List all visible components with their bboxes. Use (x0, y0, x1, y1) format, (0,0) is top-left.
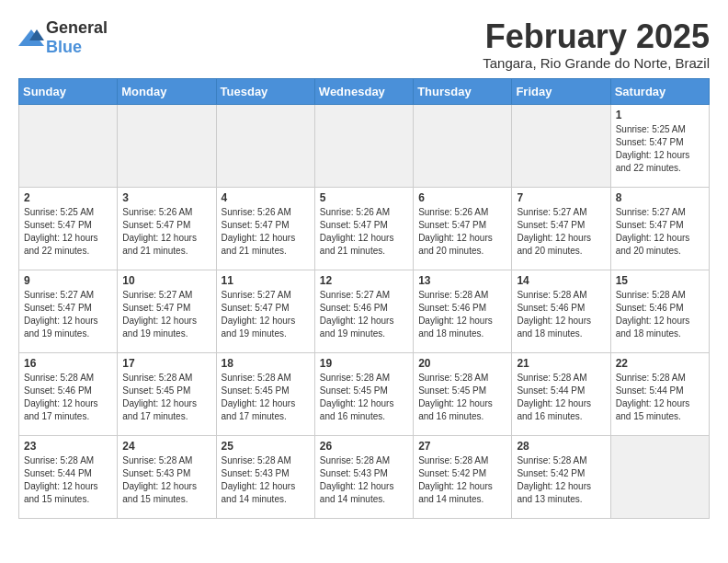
week-row-4: 16Sunrise: 5:28 AM Sunset: 5:46 PM Dayli… (19, 352, 710, 435)
day-number: 14 (517, 274, 605, 287)
week-row-5: 23Sunrise: 5:28 AM Sunset: 5:44 PM Dayli… (19, 435, 710, 518)
weekday-header-monday: Monday (118, 78, 216, 104)
calendar-cell: 10Sunrise: 5:27 AM Sunset: 5:47 PM Dayli… (118, 270, 216, 352)
day-number: 19 (320, 357, 408, 370)
calendar-cell: 27Sunrise: 5:28 AM Sunset: 5:42 PM Dayli… (414, 435, 512, 518)
day-number: 20 (418, 357, 506, 370)
calendar-cell (19, 104, 118, 187)
title-block: February 2025 Tangara, Rio Grande do Nor… (483, 18, 710, 71)
logo-general: General (46, 18, 108, 37)
weekday-header-friday: Friday (512, 78, 610, 104)
day-info: Sunrise: 5:28 AM Sunset: 5:45 PM Dayligh… (418, 372, 506, 423)
day-info: Sunrise: 5:27 AM Sunset: 5:47 PM Dayligh… (222, 289, 310, 340)
calendar-cell: 15Sunrise: 5:28 AM Sunset: 5:46 PM Dayli… (610, 270, 709, 352)
page-header: General Blue February 2025 Tangara, Rio … (18, 18, 710, 71)
day-info: Sunrise: 5:28 AM Sunset: 5:46 PM Dayligh… (616, 289, 704, 340)
day-number: 11 (222, 274, 310, 287)
day-number: 12 (320, 274, 408, 287)
day-number: 2 (24, 191, 112, 204)
day-number: 13 (418, 274, 506, 287)
day-info: Sunrise: 5:28 AM Sunset: 5:45 PM Dayligh… (122, 372, 210, 423)
day-number: 15 (616, 274, 704, 287)
day-info: Sunrise: 5:28 AM Sunset: 5:42 PM Dayligh… (517, 454, 605, 506)
day-info: Sunrise: 5:28 AM Sunset: 5:42 PM Dayligh… (418, 454, 506, 506)
day-info: Sunrise: 5:25 AM Sunset: 5:47 PM Dayligh… (24, 206, 112, 258)
calendar-cell (512, 104, 610, 187)
weekday-header-tuesday: Tuesday (216, 78, 314, 104)
day-info: Sunrise: 5:28 AM Sunset: 5:45 PM Dayligh… (320, 372, 408, 423)
calendar-cell: 8Sunrise: 5:27 AM Sunset: 5:47 PM Daylig… (610, 187, 709, 270)
logo-icon (18, 28, 44, 48)
day-info: Sunrise: 5:28 AM Sunset: 5:45 PM Dayligh… (222, 372, 310, 423)
calendar-cell: 5Sunrise: 5:26 AM Sunset: 5:47 PM Daylig… (314, 187, 413, 270)
calendar-cell: 14Sunrise: 5:28 AM Sunset: 5:46 PM Dayli… (512, 270, 610, 352)
day-info: Sunrise: 5:27 AM Sunset: 5:47 PM Dayligh… (122, 289, 210, 340)
day-info: Sunrise: 5:26 AM Sunset: 5:47 PM Dayligh… (222, 206, 310, 258)
day-info: Sunrise: 5:26 AM Sunset: 5:47 PM Dayligh… (122, 206, 210, 258)
month-title: February 2025 (483, 18, 710, 55)
calendar-cell (414, 104, 512, 187)
week-row-1: 1Sunrise: 5:25 AM Sunset: 5:47 PM Daylig… (19, 104, 710, 187)
location-title: Tangara, Rio Grande do Norte, Brazil (483, 55, 710, 71)
day-info: Sunrise: 5:26 AM Sunset: 5:47 PM Dayligh… (320, 206, 408, 258)
day-info: Sunrise: 5:26 AM Sunset: 5:47 PM Dayligh… (418, 206, 506, 258)
calendar-cell (118, 104, 216, 187)
day-number: 25 (222, 440, 310, 453)
day-number: 23 (24, 440, 112, 453)
calendar-cell: 26Sunrise: 5:28 AM Sunset: 5:43 PM Dayli… (314, 435, 413, 518)
calendar-cell: 7Sunrise: 5:27 AM Sunset: 5:47 PM Daylig… (512, 187, 610, 270)
day-number: 6 (418, 191, 506, 204)
weekday-header-thursday: Thursday (414, 78, 512, 104)
day-info: Sunrise: 5:27 AM Sunset: 5:47 PM Dayligh… (24, 289, 112, 340)
day-number: 17 (122, 357, 210, 370)
day-info: Sunrise: 5:28 AM Sunset: 5:46 PM Dayligh… (418, 289, 506, 340)
day-info: Sunrise: 5:28 AM Sunset: 5:46 PM Dayligh… (517, 289, 605, 340)
calendar-cell: 3Sunrise: 5:26 AM Sunset: 5:47 PM Daylig… (118, 187, 216, 270)
day-info: Sunrise: 5:27 AM Sunset: 5:47 PM Dayligh… (616, 206, 704, 258)
calendar-cell: 11Sunrise: 5:27 AM Sunset: 5:47 PM Dayli… (216, 270, 314, 352)
day-info: Sunrise: 5:28 AM Sunset: 5:43 PM Dayligh… (122, 454, 210, 506)
calendar-cell: 18Sunrise: 5:28 AM Sunset: 5:45 PM Dayli… (216, 352, 314, 435)
day-number: 10 (122, 274, 210, 287)
calendar-cell: 12Sunrise: 5:27 AM Sunset: 5:46 PM Dayli… (314, 270, 413, 352)
day-number: 1 (616, 109, 704, 121)
weekday-header-saturday: Saturday (610, 78, 709, 104)
day-info: Sunrise: 5:28 AM Sunset: 5:46 PM Dayligh… (24, 372, 112, 423)
calendar-table: SundayMondayTuesdayWednesdayThursdayFrid… (18, 78, 710, 519)
calendar-cell (314, 104, 413, 187)
calendar-cell (610, 435, 709, 518)
day-number: 22 (616, 357, 704, 370)
day-number: 28 (517, 440, 605, 453)
day-number: 5 (320, 191, 408, 204)
calendar-cell: 13Sunrise: 5:28 AM Sunset: 5:46 PM Dayli… (414, 270, 512, 352)
calendar-cell: 22Sunrise: 5:28 AM Sunset: 5:44 PM Dayli… (610, 352, 709, 435)
calendar-cell (216, 104, 314, 187)
day-info: Sunrise: 5:28 AM Sunset: 5:44 PM Dayligh… (517, 372, 605, 423)
calendar-cell: 6Sunrise: 5:26 AM Sunset: 5:47 PM Daylig… (414, 187, 512, 270)
week-row-2: 2Sunrise: 5:25 AM Sunset: 5:47 PM Daylig… (19, 187, 710, 270)
calendar-cell: 4Sunrise: 5:26 AM Sunset: 5:47 PM Daylig… (216, 187, 314, 270)
day-info: Sunrise: 5:28 AM Sunset: 5:43 PM Dayligh… (222, 454, 310, 506)
day-info: Sunrise: 5:28 AM Sunset: 5:43 PM Dayligh… (320, 454, 408, 506)
calendar-cell: 9Sunrise: 5:27 AM Sunset: 5:47 PM Daylig… (19, 270, 118, 352)
calendar-cell: 17Sunrise: 5:28 AM Sunset: 5:45 PM Dayli… (118, 352, 216, 435)
day-number: 9 (24, 274, 112, 287)
day-number: 16 (24, 357, 112, 370)
day-number: 21 (517, 357, 605, 370)
calendar-cell: 19Sunrise: 5:28 AM Sunset: 5:45 PM Dayli… (314, 352, 413, 435)
logo: General Blue (18, 18, 108, 57)
calendar-cell: 25Sunrise: 5:28 AM Sunset: 5:43 PM Dayli… (216, 435, 314, 518)
day-info: Sunrise: 5:28 AM Sunset: 5:44 PM Dayligh… (24, 454, 112, 506)
calendar-cell: 28Sunrise: 5:28 AM Sunset: 5:42 PM Dayli… (512, 435, 610, 518)
calendar-cell: 20Sunrise: 5:28 AM Sunset: 5:45 PM Dayli… (414, 352, 512, 435)
logo-blue: Blue (46, 38, 82, 56)
calendar-cell: 23Sunrise: 5:28 AM Sunset: 5:44 PM Dayli… (19, 435, 118, 518)
day-number: 7 (517, 191, 605, 204)
calendar-cell: 24Sunrise: 5:28 AM Sunset: 5:43 PM Dayli… (118, 435, 216, 518)
calendar-cell: 2Sunrise: 5:25 AM Sunset: 5:47 PM Daylig… (19, 187, 118, 270)
day-info: Sunrise: 5:25 AM Sunset: 5:47 PM Dayligh… (616, 123, 704, 175)
day-number: 8 (616, 191, 704, 204)
day-number: 18 (222, 357, 310, 370)
day-number: 3 (122, 191, 210, 204)
day-number: 26 (320, 440, 408, 453)
